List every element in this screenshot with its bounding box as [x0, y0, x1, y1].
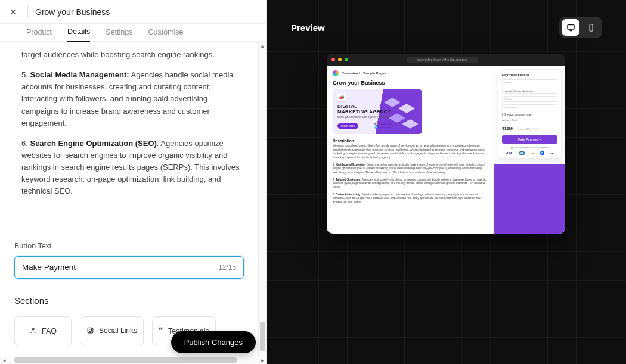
- visa-logo: VISA: [506, 151, 513, 155]
- payment-card: Payment Details Email contact@cosmofeed.…: [498, 69, 562, 159]
- preview-page-title: Grow your Business: [333, 80, 488, 86]
- button-text-input[interactable]: Make Payment 12/15: [14, 256, 244, 279]
- close-icon[interactable]: ✕: [6, 5, 20, 19]
- rupay-logo: R: [540, 151, 544, 155]
- svg-point-3: [92, 328, 92, 329]
- window-close-dot: [331, 58, 335, 61]
- payment-title: Payment Details: [502, 73, 557, 77]
- quote-icon: ❞: [159, 326, 163, 336]
- scroll-up-icon[interactable]: ▴: [259, 42, 266, 50]
- payment-phone: Phone: [502, 96, 557, 102]
- tab-details[interactable]: Details: [67, 27, 90, 42]
- coupon-checkbox: [502, 113, 506, 116]
- payment-email-value: contact@cosmofeed.com: [502, 88, 557, 94]
- browser-url: cosmofeed.com/checkoutpages: [407, 57, 478, 63]
- person-icon: [29, 326, 37, 336]
- preview-make-payment-button: Make Payment →: [502, 135, 557, 144]
- payment-email-label: Email: [502, 79, 557, 85]
- paypal-logo: ⫘: [551, 151, 554, 155]
- section-card-label: FAQ: [42, 327, 57, 335]
- button-text-label: Button Text: [14, 242, 244, 250]
- coupon-row: Have a coupon code?: [502, 113, 557, 116]
- description-item: 3. Online Advertising: Digital marketing…: [333, 193, 488, 205]
- svg-point-2: [89, 329, 91, 331]
- tab-bar: Product Details Settings Customise: [0, 24, 266, 42]
- mobile-icon: [587, 23, 596, 32]
- window-max-dot: [345, 58, 348, 61]
- card-logos: VISA AE ●● R ⫘: [502, 151, 557, 155]
- payment-fullname: Full Name: [502, 104, 557, 110]
- horizontal-scrollbar[interactable]: ◂ ▸: [0, 356, 266, 364]
- tab-settings[interactable]: Settings: [106, 28, 132, 41]
- preview-sidebar: Payment Details Email contact@cosmofeed.…: [494, 66, 565, 234]
- description-editor[interactable]: target audiences while boosting search e…: [0, 42, 258, 212]
- sidebar-purple-bg: [494, 164, 565, 234]
- amount-value: ₹1,000: [502, 127, 513, 130]
- amount-note: (+ taxes 18%, +₹1..): [517, 128, 538, 130]
- svg-rect-4: [567, 24, 574, 29]
- description-item: 2. Tailored Strategies: Agencies work cl…: [333, 178, 488, 190]
- scroll-right-icon[interactable]: ▸: [258, 357, 266, 363]
- publish-button[interactable]: Publish Changes: [171, 331, 256, 353]
- tab-customise[interactable]: Customise: [148, 28, 183, 41]
- description-heading: Description: [333, 139, 488, 143]
- section-card-faq[interactable]: FAQ: [14, 316, 72, 346]
- browser-chrome: cosmofeed.com/checkoutpages: [327, 54, 565, 66]
- mastercard-logo: ●●: [532, 151, 534, 155]
- mobile-view-button[interactable]: [582, 19, 600, 36]
- body-partial-line: target audiences while boosting search e…: [21, 49, 244, 61]
- hero-cta: Learn More: [337, 123, 358, 129]
- page-title: Grow your Business: [35, 7, 110, 17]
- body-point-6: 6. Search Engine Optimization (SEO): Age…: [21, 138, 244, 198]
- char-count: 12/15: [218, 263, 236, 272]
- preview-page: Cosmofeed · Sample Pages Grow your Busin…: [327, 66, 494, 234]
- preview-window: cosmofeed.com/checkoutpages Cosmofeed · …: [327, 54, 565, 234]
- scroll-thumb[interactable]: [260, 322, 265, 351]
- tab-product[interactable]: Product: [26, 28, 52, 41]
- amex-logo: AE: [519, 151, 525, 155]
- section-card-label: Social Links: [99, 327, 137, 335]
- hero-badge-icon: 📣: [337, 93, 346, 101]
- scroll-left-icon[interactable]: ◂: [0, 357, 8, 363]
- link-icon: [86, 326, 94, 336]
- body-point-5: 5. Social Media Management: Agencies han…: [21, 69, 244, 129]
- description-item: 1. Multifaceted Expertise: Digital marke…: [333, 163, 488, 175]
- section-card-social[interactable]: Social Links: [80, 316, 144, 346]
- button-text-value[interactable]: Make Payment: [22, 263, 213, 272]
- preview-heading: Preview: [291, 23, 325, 33]
- description-intro: We are a specialised agency that offers …: [333, 144, 488, 160]
- hscroll-thumb[interactable]: [14, 357, 237, 363]
- divider: [27, 5, 28, 18]
- svg-point-6: [590, 29, 591, 30]
- secure-note: 🔒 Guaranteed safe & secure payment: [502, 146, 557, 149]
- svg-point-0: [32, 328, 34, 329]
- text-caret: [213, 263, 213, 272]
- desktop-view-button[interactable]: [562, 19, 579, 36]
- window-min-dot: [338, 58, 342, 61]
- brand-name: Cosmofeed · Sample Pages: [342, 71, 386, 75]
- vertical-scrollbar[interactable]: ▴ ▾: [258, 42, 266, 364]
- desktop-icon: [566, 23, 575, 32]
- sections-heading: Sections: [14, 295, 244, 306]
- device-toggle: [559, 17, 602, 38]
- hero-banner: 📣 DIGITALMARKETING AGENCY Scale your bus…: [333, 89, 422, 134]
- brand-logo: [333, 70, 339, 76]
